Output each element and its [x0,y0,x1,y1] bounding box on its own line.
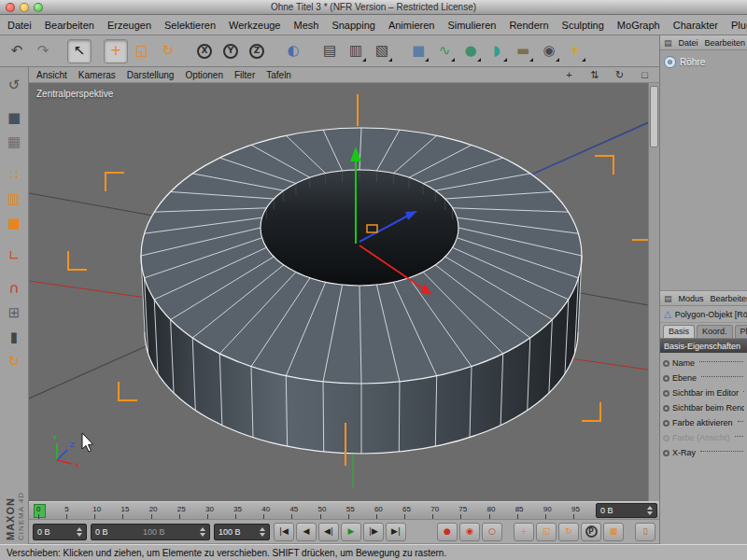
keyframe-dot-icon[interactable] [663,450,669,456]
live-selection-icon[interactable]: ↖ [67,39,92,63]
keyframe-dot-icon[interactable] [663,420,669,427]
attribute-row[interactable]: Sichtbar im Editor [663,385,744,400]
stepper-icon[interactable] [647,506,653,515]
add-light-icon[interactable]: ☀ [563,39,587,63]
menu-item[interactable]: Erzeugen [107,20,151,31]
redo-icon[interactable]: ↷ [31,39,55,63]
attribute-row[interactable]: Ebene [663,371,744,385]
y-axis-lock-icon[interactable]: Y [218,39,243,63]
viewport-scrollbar[interactable] [648,83,659,501]
model-mode-icon[interactable]: ■ [3,106,25,129]
render-settings-icon[interactable]: ▧ [370,39,394,63]
menu-item[interactable]: Werkzeuge [229,20,280,31]
rotate-view-icon[interactable]: ↻ [613,69,627,81]
render-picture-viewer-icon[interactable]: ▥ [344,39,368,63]
menu-item[interactable]: MoGraph [617,20,660,31]
snap-icon[interactable]: ∩ [3,277,25,300]
object-item[interactable]: Röhre [662,54,745,70]
record-parameter-icon[interactable]: P [581,523,601,541]
object-axis-mode-icon[interactable]: ∟ [3,245,25,267]
attribute-row[interactable]: Farbe aktivieren [663,415,744,430]
viewport[interactable]: YXZ Zentralperspektive [29,83,648,501]
points-mode-icon[interactable]: ∷ [3,163,25,186]
keyframe-dot-icon[interactable] [663,435,669,441]
attribute-row[interactable]: Sichtbar beim Rendern [663,400,744,415]
object-manager[interactable]: Röhre [660,50,747,291]
attribute-tab[interactable]: Koord. [697,325,733,338]
play-icon[interactable]: ▶ [341,523,361,541]
scrollbar-thumb[interactable] [650,86,658,147]
lock-workplane-icon[interactable]: ▮ [3,326,25,348]
object-manager-menu-item[interactable]: Datei [679,38,698,48]
timeline-ruler[interactable]: 05101520253035404550556065707580859095 0… [29,501,659,520]
attribute-manager-menu-item[interactable]: Modus [679,294,704,303]
texture-mode-icon[interactable]: ▦ [3,131,25,153]
viewport-menu-item[interactable]: Filter [234,70,255,80]
keyframe-selection-icon[interactable]: ○ [482,523,502,541]
x-axis-lock-icon[interactable]: X [192,39,217,63]
prev-frame-icon[interactable]: ◀| [318,523,339,541]
z-axis-lock-icon[interactable]: Z [245,39,269,63]
keyframe-dot-icon[interactable] [663,360,669,367]
viewport-menu-item[interactable]: Kameras [78,70,116,80]
attribute-tab[interactable]: Phong [735,325,747,338]
record-keyframe-icon[interactable]: ● [437,523,458,541]
menu-item[interactable]: Simulieren [447,20,496,31]
panel-icon[interactable]: ▤ [664,294,672,303]
make-editable-icon[interactable]: ↺ [3,74,25,96]
viewport-menu-item[interactable]: Ansicht [36,70,67,80]
render-view-icon[interactable]: ▤ [317,39,342,63]
undo-icon[interactable]: ↶ [5,39,29,63]
add-camera-icon[interactable]: ◉ [537,39,561,63]
attribute-row[interactable]: Farbe (Ansicht) [663,430,744,445]
viewport-menu-item[interactable]: Tafeln [266,70,291,80]
rotate-workplane-icon[interactable]: ↻ [3,350,25,372]
add-environment-icon[interactable]: ▬ [511,39,535,63]
next-frame-icon[interactable]: |▶ [363,523,384,541]
rotate-tool-icon[interactable]: ↻ [156,39,180,63]
zoom-button[interactable] [34,3,43,12]
stepper-icon[interactable] [260,527,265,537]
frame-range-slider[interactable]: 0 B 100 B [91,524,210,540]
viewport-menu-item[interactable]: Optionen [185,70,223,80]
next-key-icon[interactable]: ▶| [386,523,406,541]
maximize-view-icon[interactable]: □ [638,69,652,81]
section-header[interactable]: Basis-Eigenschaften [660,339,747,353]
menu-item[interactable]: Plug-ins [731,20,747,31]
pan-view-icon[interactable]: + [562,69,576,81]
point-level-animation-icon[interactable]: ▦ [603,523,624,541]
stepper-icon[interactable] [77,527,82,537]
object-manager-menu-item[interactable]: Bearbeiten [705,38,746,48]
menu-item[interactable]: Sculpting [562,20,604,31]
range-end-field[interactable]: 100 B [214,524,270,540]
add-cube-icon[interactable]: ■ [406,39,430,63]
workplane-icon[interactable]: ⊞ [3,301,25,324]
menu-item[interactable]: Rendern [509,20,548,31]
record-position-icon[interactable]: + [514,523,534,541]
polygons-mode-icon[interactable]: ■ [3,212,25,234]
coordinate-system-icon[interactable]: ◐ [281,39,305,63]
keyframe-dot-icon[interactable] [663,405,669,412]
scale-tool-icon[interactable]: ◱ [130,39,154,63]
attribute-tab[interactable]: Basis [663,325,695,338]
minimize-button[interactable] [20,3,29,12]
edges-mode-icon[interactable]: ▥ [3,188,25,210]
keyframe-dot-icon[interactable] [663,375,669,382]
dolly-view-icon[interactable]: ⇅ [587,69,601,81]
attribute-row[interactable]: X-Ray [663,445,744,460]
add-spline-icon[interactable]: ∿ [432,39,457,63]
menu-item[interactable]: Animieren [388,20,435,31]
menu-item[interactable]: Datei [7,20,32,31]
panel-toggle-icon[interactable]: ▯ [635,523,655,541]
add-deformer-icon[interactable]: ◗ [485,39,509,63]
menu-item[interactable]: Selektieren [164,20,216,31]
viewport-canvas[interactable]: YXZ [29,83,648,501]
goto-start-icon[interactable]: |◀ [274,523,294,541]
record-rotation-icon[interactable]: ↻ [558,523,579,541]
panel-icon[interactable]: ▤ [664,38,672,48]
move-tool-icon[interactable]: + [104,39,128,63]
timeline-end-field[interactable]: 0 B [596,503,657,518]
menu-item[interactable]: Charakter [673,20,718,31]
ruler-ticks[interactable]: 05101520253035404550556065707580859095 [31,502,596,519]
attribute-row[interactable]: Name [663,356,744,371]
